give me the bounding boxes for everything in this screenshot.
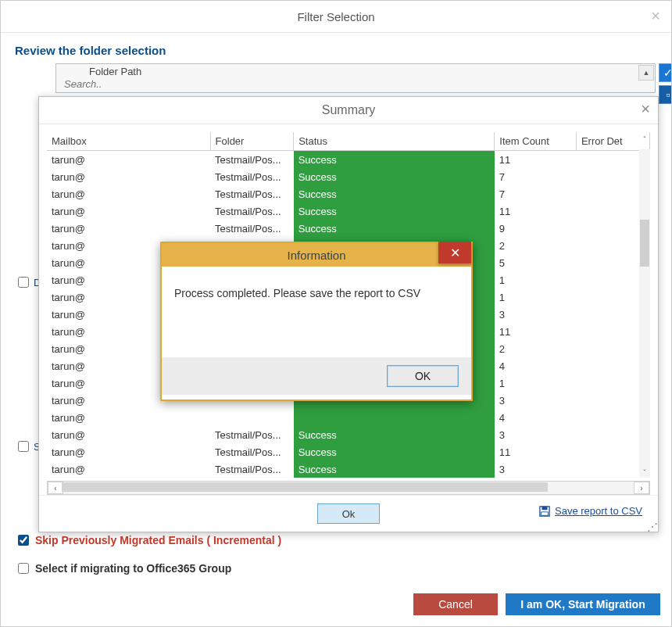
- summary-title: Summary: [322, 103, 375, 117]
- save-icon: [539, 506, 550, 517]
- cell-folder: Testmail/Pos...: [210, 460, 294, 478]
- table-row[interactable]: tarun@Testmail/Pos...Success3: [47, 460, 650, 478]
- information-titlebar: Information ✕: [162, 243, 471, 267]
- cell-item-count: 7: [495, 185, 577, 202]
- cell-folder: Testmail/Pos...: [210, 185, 294, 202]
- resize-grip-icon[interactable]: ⋰: [647, 521, 656, 530]
- clear-all-icon[interactable]: ▫: [659, 85, 672, 104]
- cell-status: Success: [294, 202, 495, 220]
- cell-status: Success: [294, 220, 495, 237]
- cell-folder: Testmail/Pos...: [210, 220, 294, 237]
- cell-status: Success: [294, 426, 495, 443]
- cell-folder: Testmail/Pos...: [210, 202, 294, 220]
- cell-item-count: 3: [495, 392, 577, 409]
- filter-selection-titlebar: Filter Selection ×: [1, 1, 671, 33]
- cell-status: Success: [294, 460, 495, 478]
- cancel-button[interactable]: Cancel: [413, 593, 498, 615]
- cell-item-count: 1: [495, 271, 577, 288]
- cell-item-count: 3: [495, 460, 577, 478]
- cell-item-count: 2: [495, 340, 577, 357]
- cell-item-count: 3: [495, 426, 577, 443]
- col-folder[interactable]: Folder: [210, 132, 294, 151]
- cell-status: Success: [294, 168, 495, 185]
- svg-rect-1: [542, 506, 548, 509]
- cell-item-count: 5: [495, 254, 577, 271]
- table-row[interactable]: tarun@4: [47, 409, 650, 426]
- cell-folder: Testmail/Pos...: [210, 151, 294, 169]
- cell-mailbox: tarun@: [47, 409, 210, 426]
- chevron-left-icon[interactable]: ‹: [48, 482, 63, 494]
- horizontal-scrollbar[interactable]: ‹ ›: [47, 481, 650, 495]
- summary-titlebar: Summary ×: [39, 97, 658, 124]
- col-status[interactable]: Status: [294, 132, 495, 151]
- chevron-up-icon[interactable]: ˆ: [639, 134, 650, 145]
- review-header: Review the folder selection: [1, 33, 671, 63]
- cell-mailbox: tarun@: [47, 202, 210, 220]
- cell-item-count: 9: [495, 220, 577, 237]
- skip-previous-label: Skip Previously Migrated Emails ( Increm…: [35, 534, 281, 546]
- table-row[interactable]: tarun@Testmail/Pos...Success11: [47, 151, 650, 169]
- cell-mailbox: tarun@: [47, 220, 210, 237]
- cell-folder: Testmail/Pos...: [210, 168, 294, 185]
- vertical-scrollbar[interactable]: ˆ ˇ: [639, 149, 650, 478]
- folder-path-box: Folder Path ▲: [55, 63, 656, 93]
- save-csv-label: Save report to CSV: [555, 505, 642, 517]
- table-row[interactable]: tarun@Testmail/Pos...Success7: [47, 168, 650, 185]
- table-row[interactable]: tarun@Testmail/Pos...Success3: [47, 426, 650, 443]
- select-all-icon[interactable]: ✓: [659, 63, 672, 82]
- information-modal: Information ✕ Process completed. Please …: [160, 242, 473, 401]
- table-row[interactable]: tarun@Testmail/Pos...Success11: [47, 443, 650, 460]
- cell-item-count: 11: [495, 323, 577, 340]
- close-icon[interactable]: ✕: [438, 242, 471, 263]
- start-migration-button[interactable]: I am OK, Start Migration: [506, 593, 660, 615]
- search-input[interactable]: [63, 77, 639, 91]
- chevron-right-icon[interactable]: ›: [634, 482, 649, 494]
- cell-status: Success: [294, 443, 495, 460]
- cell-item-count: 1: [495, 288, 577, 306]
- ok-button[interactable]: OK: [387, 365, 459, 387]
- cell-item-count: 1: [495, 374, 577, 392]
- cell-item-count: 11: [495, 443, 577, 460]
- svg-rect-2: [542, 511, 549, 514]
- cell-mailbox: tarun@: [47, 168, 210, 185]
- cell-mailbox: tarun@: [47, 460, 210, 478]
- office365-group-label: Select if migrating to Office365 Group: [35, 562, 231, 575]
- scroll-thumb[interactable]: [62, 482, 548, 492]
- cell-item-count: 4: [495, 357, 577, 374]
- cell-item-count: 2: [495, 237, 577, 254]
- filter-selection-title: Filter Selection: [297, 10, 374, 23]
- table-row[interactable]: tarun@Testmail/Pos...Success9: [47, 220, 650, 237]
- close-icon[interactable]: ×: [651, 7, 660, 25]
- cell-item-count: 11: [495, 202, 577, 220]
- cell-folder: Testmail/Pos...: [210, 443, 294, 460]
- ok-button[interactable]: Ok: [317, 503, 380, 524]
- table-row[interactable]: tarun@Testmail/Pos...Success7: [47, 185, 650, 202]
- cell-item-count: 4: [495, 409, 577, 426]
- skip-previous-checkbox[interactable]: Skip Previously Migrated Emails ( Increm…: [15, 532, 657, 548]
- folder-path-label: Folder Path: [63, 66, 636, 77]
- cell-folder: [210, 409, 294, 426]
- partial-check-d[interactable]: D: [15, 274, 41, 290]
- table-row[interactable]: tarun@Testmail/Pos...Success11: [47, 202, 650, 220]
- cell-status: Success: [294, 185, 495, 202]
- cell-status: [294, 409, 495, 426]
- cell-mailbox: tarun@: [47, 185, 210, 202]
- partial-check-s[interactable]: S: [15, 439, 41, 454]
- cell-mailbox: tarun@: [47, 426, 210, 443]
- close-icon[interactable]: ×: [641, 100, 650, 118]
- information-title: Information: [287, 249, 345, 262]
- col-mailbox[interactable]: Mailbox: [47, 132, 210, 151]
- office365-group-checkbox[interactable]: Select if migrating to Office365 Group: [15, 561, 657, 576]
- chevron-down-icon[interactable]: ˇ: [639, 467, 650, 478]
- cell-folder: Testmail/Pos...: [210, 426, 294, 443]
- cell-item-count: 11: [495, 151, 577, 169]
- cell-item-count: 7: [495, 168, 577, 185]
- cell-mailbox: tarun@: [47, 151, 210, 169]
- col-item-count[interactable]: Item Count: [495, 132, 577, 151]
- scroll-thumb[interactable]: [640, 220, 649, 267]
- cell-mailbox: tarun@: [47, 443, 210, 460]
- cell-status: Success: [294, 151, 495, 169]
- save-csv-link[interactable]: Save report to CSV: [539, 505, 642, 517]
- chevron-up-icon[interactable]: ▲: [638, 65, 654, 81]
- cell-item-count: 3: [495, 306, 577, 323]
